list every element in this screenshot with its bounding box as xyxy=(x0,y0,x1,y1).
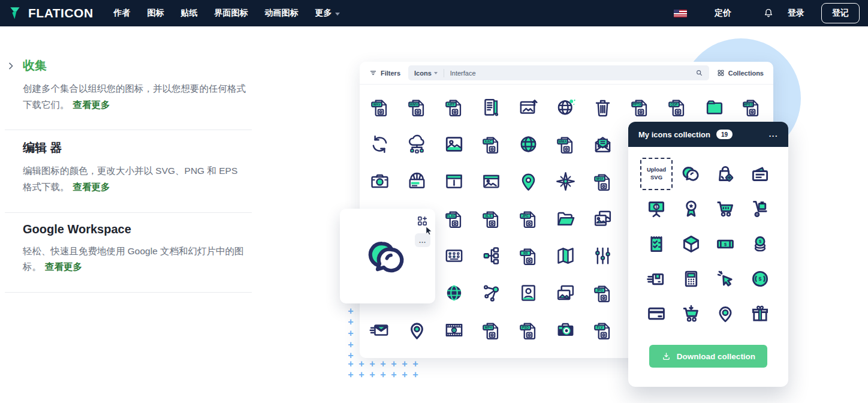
aac-file-icon[interactable]: AAC xyxy=(472,125,510,163)
odp-file-icon[interactable]: ODP xyxy=(658,88,695,125)
wma-file-icon[interactable]: WMA xyxy=(547,125,584,163)
xls-file-icon[interactable]: XLS xyxy=(472,200,510,237)
menu-item-5[interactable]: 动画图标 xyxy=(265,8,299,19)
browser-photo-icon[interactable] xyxy=(472,163,510,200)
svg-text:MP4: MP4 xyxy=(484,326,492,329)
cloud-network-icon[interactable] xyxy=(398,125,435,163)
psd-file-icon[interactable]: PSD xyxy=(510,311,547,348)
credit-card-icon[interactable] xyxy=(640,297,673,330)
signup-button[interactable]: 登记 xyxy=(821,3,860,23)
folder-icon[interactable] xyxy=(695,88,733,125)
collections-button[interactable]: Collections xyxy=(717,69,764,77)
mail-send-icon[interactable] xyxy=(361,311,398,348)
globe-sketch-icon[interactable] xyxy=(547,88,584,125)
browser-edit-icon[interactable] xyxy=(435,163,472,200)
menu-item-4[interactable]: 界面图标 xyxy=(215,8,248,19)
portrait-icon[interactable] xyxy=(510,274,547,311)
aiff-file-icon[interactable]: AIFF xyxy=(435,88,472,125)
menu-item-3[interactable]: 贴纸 xyxy=(181,8,198,19)
camera-dark-icon[interactable] xyxy=(547,311,584,348)
brand-logo[interactable]: FLATICON xyxy=(8,5,94,21)
bag-add-icon[interactable] xyxy=(709,157,742,191)
sync-icon[interactable] xyxy=(361,125,398,163)
pin-outline-icon[interactable] xyxy=(398,311,435,348)
search-scope-dropdown[interactable]: Icons xyxy=(414,70,438,77)
cursor-click-icon[interactable] xyxy=(709,262,742,296)
wallet-icon[interactable] xyxy=(743,157,777,191)
globe-icon[interactable] xyxy=(510,125,547,163)
xd-file-icon[interactable]: XD xyxy=(510,237,547,274)
jpg-document-icon[interactable]: JPG xyxy=(510,200,547,237)
billboard-dollar-icon[interactable]: $ xyxy=(640,192,673,225)
wav-file-icon[interactable]: WAV xyxy=(361,88,398,125)
share-network-icon[interactable] xyxy=(472,274,510,311)
trash-icon[interactable] xyxy=(584,88,621,125)
browser-upload-icon[interactable] xyxy=(510,88,547,125)
receipt-check-icon[interactable] xyxy=(640,227,673,261)
map-icon[interactable] xyxy=(547,237,584,274)
notifications-bell-icon[interactable] xyxy=(762,7,774,19)
compass-icon[interactable] xyxy=(547,163,584,200)
location-pin-icon[interactable] xyxy=(510,163,547,200)
film-strip-icon[interactable] xyxy=(435,311,472,348)
photo-stack-icon[interactable] xyxy=(547,274,584,311)
keypad-icon[interactable] xyxy=(435,237,472,274)
dollar-coin-icon[interactable]: $ xyxy=(743,262,777,296)
collections-grid-icon xyxy=(717,69,725,77)
package-box-icon[interactable] xyxy=(674,227,708,261)
shopping-cart-icon[interactable] xyxy=(709,192,742,225)
search-input[interactable]: Interface xyxy=(450,70,695,77)
see-more-link[interactable]: 查看更多 xyxy=(73,182,110,192)
flac-file-icon[interactable]: FLAC xyxy=(435,200,472,237)
pptx-file-icon[interactable]: PPTX xyxy=(621,88,658,125)
chevron-right-icon[interactable] xyxy=(6,61,16,71)
photo-icon[interactable] xyxy=(435,125,472,163)
plus-glyph: + xyxy=(346,371,355,380)
see-more-link[interactable]: 查看更多 xyxy=(73,100,110,110)
upload-svg-box[interactable]: UploadSVG xyxy=(640,158,673,190)
shipping-box-icon[interactable] xyxy=(640,262,673,296)
feature-description: 创建多个集合以组织您的图标，并以您想要的任何格式下载它们。查看更多 xyxy=(23,81,247,113)
filters-button[interactable]: Filters xyxy=(369,69,400,77)
mp4-file-icon[interactable]: MP4 xyxy=(472,311,510,348)
jpg-file-icon[interactable]: JPG xyxy=(584,274,621,311)
cart-download-icon[interactable] xyxy=(674,297,708,330)
gift-box-icon[interactable] xyxy=(743,297,777,330)
language-flag-us-icon[interactable] xyxy=(674,10,687,17)
login-link[interactable]: 登录 xyxy=(788,8,804,19)
see-more-link[interactable]: 查看更多 xyxy=(45,261,82,272)
hierarchy-icon[interactable] xyxy=(472,237,510,274)
icon-hover-card[interactable]: ... xyxy=(340,209,435,303)
m4a-file-icon[interactable]: M4A xyxy=(584,163,621,200)
open-folder-icon[interactable] xyxy=(547,200,584,237)
pricing-link[interactable]: 定价 xyxy=(715,8,731,19)
globe-dark-icon[interactable] xyxy=(435,274,472,311)
hand-truck-icon[interactable] xyxy=(743,192,777,225)
feature-title: Google Workspace xyxy=(23,222,252,236)
award-badge-icon[interactable] xyxy=(674,192,708,225)
download-collection-button[interactable]: Download collection xyxy=(649,345,767,368)
photo-camera-icon[interactable] xyxy=(361,163,398,200)
banknote-icon[interactable]: $ xyxy=(709,227,742,261)
pin-round-icon[interactable] xyxy=(709,297,742,330)
awning-window-icon[interactable] xyxy=(398,163,435,200)
sliders-icon[interactable] xyxy=(584,237,621,274)
upload-svg-button[interactable]: UploadSVG xyxy=(640,157,673,191)
filter-icon xyxy=(369,69,377,77)
photo-gallery-icon[interactable] xyxy=(584,200,621,237)
feature-section-1: 收集创建多个集合以组织您的图标，并以您想要的任何格式下载它们。查看更多 xyxy=(5,48,252,130)
chat-bubbles-icon[interactable] xyxy=(674,157,708,191)
mpeg-file-icon[interactable]: MPEG xyxy=(733,88,770,125)
coin-stack-icon[interactable]: $ xyxy=(743,227,777,261)
menu-item-1[interactable]: 作者 xyxy=(114,8,131,19)
search-icon[interactable] xyxy=(695,69,703,77)
flv-file-icon[interactable]: FLV xyxy=(584,311,621,348)
search-bar[interactable]: Icons Interface xyxy=(408,65,709,80)
open-mail-icon[interactable] xyxy=(584,125,621,163)
document-icon[interactable] xyxy=(472,88,510,125)
menu-item-6[interactable]: 更多 xyxy=(315,8,340,19)
menu-item-2[interactable]: 图标 xyxy=(147,8,164,19)
divider xyxy=(444,69,444,77)
calculator-icon[interactable] xyxy=(674,262,708,296)
wmv-file-icon[interactable]: WMV xyxy=(398,88,435,125)
